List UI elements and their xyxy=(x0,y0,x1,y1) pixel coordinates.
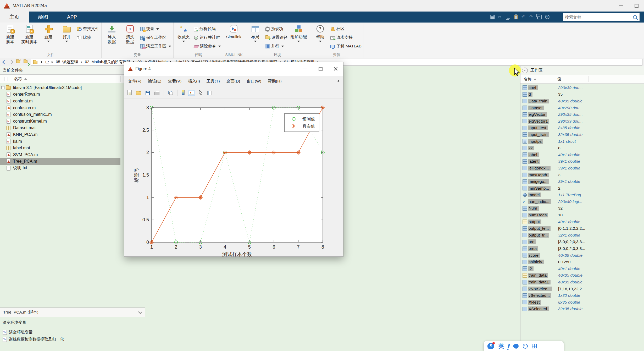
tab-apps[interactable]: APP xyxy=(58,12,86,23)
ribbon-new-script-button[interactable]: 新建脚本 xyxy=(2,24,18,45)
file-row[interactable]: +libsvm-3.1-[FarutoUltimate3.1Mcode] xyxy=(0,84,145,91)
window-maximize-button[interactable] xyxy=(629,0,644,12)
figure-minimize-button[interactable] xyxy=(298,62,313,76)
workspace-row[interactable]: input_test8x35 double xyxy=(520,125,644,131)
workspace-row[interactable]: Num32 xyxy=(520,205,644,212)
expand-icon[interactable]: + xyxy=(1,86,4,89)
figure-menu-item[interactable]: 桌面(D) xyxy=(226,79,240,84)
link-plot-button[interactable] xyxy=(167,90,174,96)
copy-icon[interactable] xyxy=(506,15,510,19)
cut-icon[interactable] xyxy=(498,15,503,19)
figure-menu-item[interactable]: 帮助(H) xyxy=(268,79,282,84)
figure-menu-item[interactable]: 插入(I) xyxy=(188,79,200,84)
file-row[interactable]: 说明.txt xyxy=(0,165,145,172)
workspace-header[interactable]: 名称 值 xyxy=(520,75,644,84)
details-header[interactable]: Tree_PCA.m (脚本) xyxy=(0,308,145,317)
undo-icon[interactable] xyxy=(521,15,526,19)
workspace-row[interactable]: eigVector1290x39 dou... xyxy=(520,118,644,125)
workspace-row[interactable]: output_te...[0;1;1;2;2;2;2... xyxy=(520,225,644,232)
workspace-row[interactable]: leijigongx...39x1 double xyxy=(520,165,644,172)
workspace-row[interactable]: XSelected32x35 double xyxy=(520,306,644,312)
ribbon-run-and-time-button[interactable]: 运行并计时 xyxy=(194,34,221,42)
ribbon-preferences-button[interactable]: 预设项 xyxy=(265,25,288,33)
ribbon-save-workspace-button[interactable]: 保存工作区 xyxy=(140,34,171,42)
save-figure-button[interactable] xyxy=(145,90,151,96)
file-row[interactable]: ks.m xyxy=(0,138,145,145)
file-row[interactable]: KNN_PCA.m xyxy=(0,131,145,138)
figure-close-button[interactable] xyxy=(328,62,343,76)
tab-plots[interactable]: 绘图 xyxy=(29,12,58,23)
ribbon-new-button[interactable]: 新建 xyxy=(40,24,57,42)
workspace-row[interactable]: coef290x39 dou... xyxy=(520,84,644,91)
workspace-row[interactable]: score40x39 double xyxy=(520,252,644,259)
figure-menu-item[interactable]: 查看(V) xyxy=(168,79,181,84)
workspace-row[interactable]: train_data140x35 double xyxy=(520,279,644,286)
search-input[interactable] xyxy=(563,15,633,20)
figure-maximize-button[interactable] xyxy=(313,62,328,76)
ribbon-favorites-button[interactable]: 收藏夹 xyxy=(176,24,192,42)
file-row[interactable]: constructKernel.m xyxy=(0,118,145,125)
workspace-row[interactable]: latent39x1 double xyxy=(520,158,644,165)
insert-legend-button[interactable] xyxy=(188,90,195,96)
workspace-row[interactable]: label40x1 double xyxy=(520,151,644,158)
breadcrumb-segment[interactable]: 05_课题整理 xyxy=(56,59,78,64)
file-row[interactable]: confmat.m xyxy=(0,98,145,105)
ime-toolbox-icon[interactable] xyxy=(532,344,537,348)
help-icon[interactable] xyxy=(545,15,550,19)
column-divider[interactable] xyxy=(589,76,589,82)
workspace-row[interactable]: shibielv0.1250 xyxy=(520,259,644,265)
workspace-row[interactable]: nan_indic...290x40 logi... xyxy=(520,198,644,205)
ribbon-add-ons-button[interactable]: 附加功能 xyxy=(290,24,308,42)
save-icon[interactable] xyxy=(490,15,495,19)
workspace-row[interactable]: pre[3;0;0;2;0;3;3... xyxy=(520,239,644,245)
file-row[interactable]: SVM_PCA.m xyxy=(0,151,145,158)
back-icon[interactable] xyxy=(2,59,7,65)
details-item[interactable]: 清空环境变量 xyxy=(3,329,142,336)
ime-emoji-icon[interactable] xyxy=(523,344,528,349)
window-minimize-button[interactable] xyxy=(614,0,629,12)
details-item[interactable]: 训练数据预测数据提取及归一化 xyxy=(3,336,142,343)
up-folder-icon[interactable] xyxy=(16,59,21,65)
forward-icon[interactable] xyxy=(9,59,14,65)
figure-menu-item[interactable]: 工具(T) xyxy=(207,79,220,84)
workspace-row[interactable]: XRest8x35 double xyxy=(520,299,644,306)
ribbon-simulink-button[interactable]: Simulink xyxy=(225,24,242,40)
breadcrumb-segment[interactable]: E: xyxy=(45,60,49,64)
window-icon[interactable] xyxy=(537,15,542,19)
sogou-ime-icon[interactable] xyxy=(487,343,494,349)
ime-skin-icon[interactable] xyxy=(513,343,520,350)
workspace-row[interactable]: Data_train40x35 double xyxy=(520,98,644,105)
workspace-row[interactable]: model1x1 TreeBag... xyxy=(520,192,644,199)
figure-menu-item[interactable]: 编辑(E) xyxy=(148,79,162,84)
ime-language-mode[interactable]: 英 xyxy=(498,342,504,350)
workspace-row[interactable]: numTrees10 xyxy=(520,212,644,218)
workspace-row[interactable]: t240x1 double xyxy=(520,265,644,272)
workspace-row[interactable]: input_train32x35 double xyxy=(520,131,644,138)
figure-menu-item[interactable]: 文件(F) xyxy=(128,79,141,84)
tab-home[interactable]: 主页 xyxy=(0,12,29,23)
menu-overflow-icon[interactable] xyxy=(337,80,340,83)
file-row[interactable]: Dataset.mat xyxy=(0,125,145,131)
paste-icon[interactable] xyxy=(514,15,518,19)
redo-icon[interactable] xyxy=(529,15,534,19)
plot-legend[interactable]: 预测值真实值 xyxy=(285,113,319,132)
browse-folder-icon[interactable] xyxy=(24,59,29,65)
workspace-row[interactable]: inputps1x1 struct xyxy=(520,138,644,145)
column-divider[interactable] xyxy=(554,76,554,82)
workspace-row[interactable]: vNotSelec...[7,16,19,22,2... xyxy=(520,286,644,292)
workspace-row[interactable]: d35 xyxy=(520,91,644,98)
print-figure-button[interactable] xyxy=(153,90,160,96)
workspace-row[interactable]: maxDepth3 xyxy=(520,172,644,178)
ribbon-help-button[interactable]: 帮助 xyxy=(312,24,328,42)
workspace-row[interactable]: Dataset40x290 dou... xyxy=(520,105,644,111)
workspace-row[interactable]: prea[3;0;0;2;0;3;3... xyxy=(520,245,644,252)
ribbon-open-button[interactable]: 打开 xyxy=(59,24,75,42)
file-row[interactable]: Tree_PCA.m xyxy=(0,158,145,165)
figure-menu-item[interactable]: 窗口(W) xyxy=(247,79,261,84)
file-row[interactable]: label.mat xyxy=(0,145,145,151)
ribbon-analyze-code-button[interactable]: 分析代码 xyxy=(194,25,221,33)
new-figure-button[interactable] xyxy=(126,89,133,96)
column-divider[interactable] xyxy=(120,76,121,82)
ribbon-community-button[interactable]: 社区 xyxy=(330,25,362,33)
file-row[interactable]: centerRows.m xyxy=(0,91,145,98)
